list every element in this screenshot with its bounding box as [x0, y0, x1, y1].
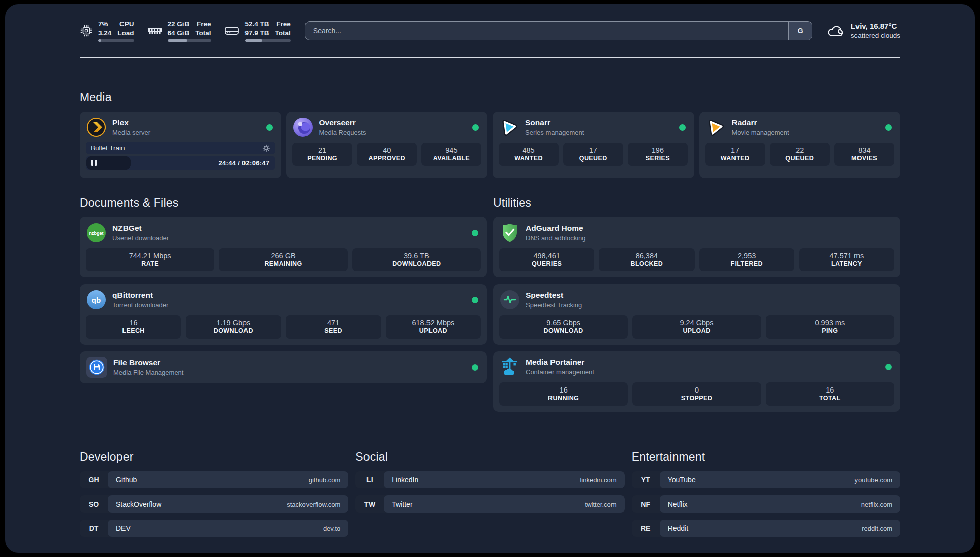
- app-subtitle: Media Requests: [319, 129, 366, 136]
- system-stats: 7% 3.24 CPU Load: [80, 20, 291, 42]
- radarr-icon: [706, 117, 726, 137]
- stat-tile: 9.24 Gbps UPLOAD: [632, 315, 761, 339]
- weather-location: Lviv, 16.87°C: [851, 21, 900, 31]
- section-documents: Documents & Files nzbget NZBGet Usenet d…: [80, 196, 487, 412]
- pause-icon[interactable]: [91, 160, 97, 166]
- search-bar: G: [305, 21, 812, 40]
- link-url: reddit.com: [862, 525, 892, 532]
- cpu-icon: [80, 24, 93, 37]
- status-dot: [885, 124, 892, 131]
- status-dot: [885, 364, 892, 370]
- app-card-radarr[interactable]: Radarr Movie management 17 WANTED 22 QUE…: [699, 112, 901, 178]
- app-card-qbittorrent[interactable]: qb qBittorrent Torrent downloader 16 LEE…: [80, 284, 487, 345]
- app-subtitle: Media server: [112, 129, 150, 136]
- stat-tile: 945 AVAILABLE: [421, 143, 481, 166]
- top-bar: 7% 3.24 CPU Load: [80, 20, 900, 41]
- app-card-overseerr[interactable]: Overseerr Media Requests 21 PENDING 40 A…: [286, 112, 488, 178]
- overseerr-icon: [293, 117, 313, 137]
- app-name: qBittorrent: [112, 291, 168, 300]
- link-reddit[interactable]: RE Reddit reddit.com: [632, 520, 900, 537]
- link-url: stackoverflow.com: [287, 500, 340, 508]
- link-url: dev.to: [323, 525, 340, 532]
- cpu-stat: 7% 3.24 CPU Load: [80, 20, 134, 42]
- app-name: Sonarr: [525, 118, 584, 128]
- link-url: github.com: [309, 476, 341, 484]
- link-twitter[interactable]: TW Twitter twitter.com: [355, 495, 624, 513]
- section-media: Media Plex Media server: [80, 91, 900, 178]
- nzbget-icon: nzbget: [86, 222, 106, 243]
- stat-tile: 16 RUNNING: [499, 382, 628, 406]
- status-dot: [472, 124, 479, 131]
- stat-tile: 0 STOPPED: [632, 382, 761, 406]
- app-name: Plex: [112, 118, 150, 128]
- section-title-media: Media: [80, 91, 900, 104]
- svg-text:qb: qb: [92, 296, 101, 304]
- app-name: AdGuard Home: [526, 224, 586, 233]
- link-linkedin[interactable]: LI LinkedIn linkedin.com: [355, 471, 624, 488]
- app-card-plex[interactable]: Plex Media server Bullet Train: [80, 112, 281, 178]
- memory-stat: 22 GiB 64 GiB Free Total: [147, 20, 211, 42]
- playback-time: 24:44 / 02:06:47: [219, 159, 270, 167]
- app-subtitle: Speedtest Tracking: [526, 301, 582, 309]
- weather-widget: Lviv, 16.87°C scattered clouds: [826, 21, 900, 40]
- link-name: StackOverflow: [116, 500, 161, 508]
- filebrowser-icon: [86, 357, 107, 378]
- app-subtitle: Container management: [526, 368, 594, 376]
- cpu-usage-value: 7%: [98, 20, 111, 29]
- disk-free-label: Free: [275, 20, 291, 29]
- section-developer: Developer GH Github github.com SO StackO…: [80, 450, 348, 537]
- cpu-progress-bar: [98, 39, 134, 42]
- app-card-sonarr[interactable]: Sonarr Series management 485 WANTED 17 Q…: [493, 112, 694, 178]
- status-dot: [679, 124, 686, 131]
- plex-now-playing: Bullet Train 24:44 / 02:06:47: [86, 142, 275, 170]
- stat-tile: 39.6 TB DOWNLOADED: [352, 248, 481, 271]
- memory-free-label: Free: [195, 20, 211, 29]
- disk-total-value: 97.9 TB: [245, 29, 269, 38]
- link-youtube[interactable]: YT YouTube youtube.com: [632, 471, 900, 488]
- link-abbr: DT: [80, 520, 108, 537]
- link-abbr: NF: [632, 495, 660, 513]
- link-abbr: SO: [80, 495, 108, 513]
- link-name: DEV: [116, 524, 131, 532]
- header-divider: [80, 57, 900, 58]
- stat-tile: 21 PENDING: [292, 143, 352, 166]
- app-card-nzbget[interactable]: nzbget NZBGet Usenet downloader 744.21 M…: [80, 217, 487, 277]
- speedtest-icon: [500, 290, 520, 310]
- cpu-load-value: 3.24: [98, 29, 111, 38]
- section-title-developer: Developer: [80, 450, 348, 464]
- app-card-speedtest[interactable]: Speedtest Speedtest Tracking 9.65 Gbps D…: [493, 284, 900, 345]
- section-title-utilities: Utilities: [493, 196, 900, 210]
- app-card-adguard[interactable]: AdGuard Home DNS and adblocking 498,461 …: [493, 217, 900, 277]
- memory-free-value: 22 GiB: [168, 20, 190, 29]
- playback-progress-bar[interactable]: 24:44 / 02:06:47: [86, 156, 275, 170]
- app-name: Overseerr: [319, 118, 366, 128]
- link-dev-to[interactable]: DT DEV dev.to: [80, 520, 348, 537]
- link-github[interactable]: GH Github github.com: [80, 471, 348, 488]
- memory-total-label: Total: [195, 29, 211, 38]
- app-subtitle: Media File Management: [113, 369, 183, 376]
- now-playing-title: Bullet Train: [91, 144, 125, 152]
- stat-tile: 17 WANTED: [705, 143, 765, 166]
- link-stackoverflow[interactable]: SO StackOverflow stackoverflow.com: [80, 495, 348, 513]
- stat-tile: 40 APPROVED: [357, 143, 417, 166]
- stat-tile: 17 QUEUED: [563, 143, 623, 166]
- stat-tile: 485 WANTED: [499, 143, 559, 166]
- cloud-icon: [826, 23, 844, 38]
- search-engine-button[interactable]: G: [788, 22, 812, 40]
- section-utilities: Utilities AdGuard Home DNS and: [493, 196, 900, 412]
- app-subtitle: Torrent downloader: [112, 301, 168, 309]
- cpu-usage-label: CPU: [117, 20, 134, 29]
- app-name: Media Portainer: [526, 358, 594, 367]
- gear-icon[interactable]: [262, 144, 270, 152]
- section-title-entertainment: Entertainment: [632, 450, 900, 464]
- portainer-icon: [500, 357, 520, 377]
- link-abbr: TW: [355, 495, 384, 513]
- dashboard-window: 7% 3.24 CPU Load: [5, 4, 975, 553]
- link-netflix[interactable]: NF Netflix netflix.com: [632, 495, 900, 513]
- app-subtitle: Usenet downloader: [112, 234, 169, 242]
- app-card-portainer[interactable]: Media Portainer Container management 16 …: [493, 351, 900, 412]
- status-dot: [472, 364, 478, 371]
- search-input[interactable]: [305, 22, 788, 40]
- app-card-filebrowser[interactable]: File Browser Media File Management: [80, 351, 487, 383]
- ram-icon: [147, 26, 162, 36]
